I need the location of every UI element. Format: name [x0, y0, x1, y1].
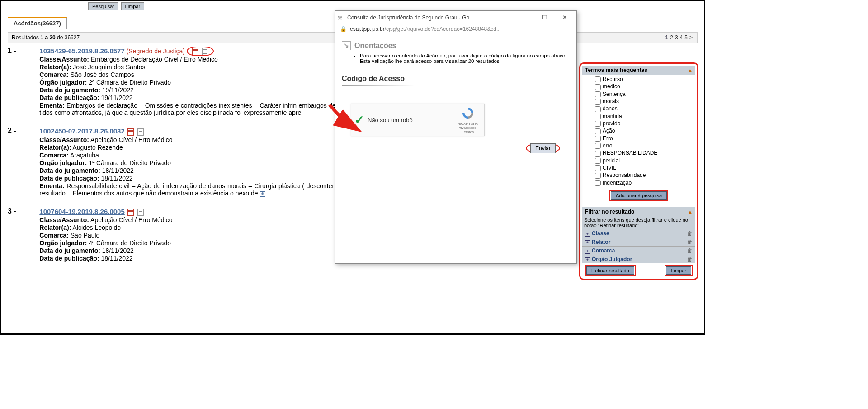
term-checkbox[interactable]: [595, 91, 601, 97]
filter-hint: Selecione os itens que deseja filtrar e …: [582, 216, 695, 229]
filter-label: Órgão Julgador: [592, 256, 632, 262]
recaptcha-badge: reCAPTCHA Privacidade - Termos: [452, 106, 484, 134]
recaptcha-label: Não sou um robô: [368, 117, 452, 124]
enviar-button[interactable]: Enviar: [530, 143, 556, 153]
term-checkbox[interactable]: [595, 173, 601, 179]
term-item: Responsabilidade: [595, 171, 693, 179]
term-item: morais: [595, 98, 693, 105]
term-checkbox[interactable]: [595, 121, 601, 127]
term-item: médico: [595, 83, 693, 90]
filter-section: Filtrar no resultado ▲ Selecione os iten…: [582, 207, 695, 277]
page-link[interactable]: 4: [680, 34, 683, 41]
favicon-icon: ⚖: [337, 14, 344, 21]
term-item: Erro: [595, 135, 693, 142]
recaptcha-icon: [461, 106, 475, 120]
term-checkbox[interactable]: [595, 128, 601, 134]
add-to-search-button[interactable]: Adicionar à pesquisa: [611, 191, 667, 200]
page-link[interactable]: >: [689, 34, 693, 41]
address-bar[interactable]: 🔒 esaj.tjsp.jus.br/cjsg/getArquivo.do?cd…: [335, 24, 576, 35]
filter-row[interactable]: +Órgão Julgador🗑: [582, 255, 695, 263]
term-checkbox[interactable]: [595, 180, 601, 186]
term-item: erro: [595, 142, 693, 149]
terms-header[interactable]: Termos mais freqüentes ▲: [582, 66, 695, 75]
codigo-header: Código de Acesso: [342, 75, 570, 83]
filter-row[interactable]: +Classe🗑: [582, 229, 695, 238]
term-label: danos: [603, 105, 618, 112]
clear-filter-button[interactable]: Limpar: [666, 266, 691, 275]
term-checkbox[interactable]: [595, 84, 601, 90]
term-label: mantida: [603, 113, 622, 119]
filter-clear-icon[interactable]: 🗑: [687, 239, 693, 245]
pesquisar-button[interactable]: Pesquisar: [88, 2, 118, 10]
page-link[interactable]: 2: [670, 34, 673, 41]
term-item: Ação: [595, 127, 693, 134]
red-highlight-enviar: Enviar: [526, 143, 560, 153]
expand-ementa-button[interactable]: ✚: [260, 191, 265, 197]
limpar-button[interactable]: Limpar: [121, 2, 145, 10]
term-label: CIVIL: [603, 165, 616, 171]
term-checkbox[interactable]: [595, 165, 601, 171]
pdf-icon[interactable]: [192, 48, 198, 55]
close-button[interactable]: ✕: [555, 11, 575, 24]
filter-label: Comarca: [592, 247, 615, 254]
segredo-badge: (Segredo de Justiça): [127, 48, 185, 55]
term-checkbox[interactable]: [595, 136, 601, 142]
doc-icon[interactable]: [137, 128, 144, 136]
term-list: RecursomédicoSentençamoraisdanosmantidap…: [582, 75, 695, 188]
recaptcha-box[interactable]: ✓ Não sou um robô reCAPTCHA Privacidade …: [351, 104, 485, 136]
term-item: RESPONSABILIDADE: [595, 149, 693, 157]
arrow-box-icon: [342, 41, 351, 50]
filter-header[interactable]: Filtrar no resultado ▲: [582, 207, 695, 216]
term-label: médico: [603, 83, 620, 90]
codigo-underline: [342, 85, 414, 86]
collapse-icon[interactable]: ▲: [688, 67, 693, 73]
term-checkbox[interactable]: [595, 158, 601, 164]
popup-window: ⚖ Consulta de Jurisprudência do Segundo …: [335, 10, 577, 264]
term-label: Erro: [603, 135, 613, 142]
term-label: Sentença: [603, 91, 626, 97]
case-number-link[interactable]: 1007604-19.2019.8.26.0005: [39, 208, 125, 215]
lock-icon: 🔒: [340, 26, 346, 32]
term-checkbox[interactable]: [595, 106, 601, 112]
term-item: Recurso: [595, 76, 693, 83]
collapse-icon[interactable]: ▲: [688, 209, 693, 214]
term-label: Recurso: [603, 76, 623, 82]
term-checkbox[interactable]: [595, 114, 601, 119]
page-link[interactable]: 3: [675, 34, 678, 41]
term-label: erro: [603, 143, 612, 149]
doc-icon[interactable]: [137, 209, 144, 216]
refine-button[interactable]: Refinar resultado: [586, 266, 634, 275]
term-checkbox[interactable]: [595, 143, 601, 149]
filter-clear-icon[interactable]: 🗑: [687, 230, 693, 237]
term-label: provido: [603, 120, 620, 127]
term-item: Sentença: [595, 90, 693, 98]
term-item: provido: [595, 120, 693, 127]
term-checkbox[interactable]: [595, 151, 601, 157]
term-label: morais: [603, 98, 619, 105]
expand-filter-icon[interactable]: +: [585, 249, 590, 254]
tab-acordaos[interactable]: Acórdãos(36627): [8, 17, 67, 29]
term-label: pericial: [603, 157, 620, 164]
result-number: 3 -: [8, 207, 16, 215]
page-link[interactable]: 5: [684, 34, 688, 41]
pdf-icon[interactable]: [127, 209, 134, 216]
results-count: Resultados 1 a 20 de 36627: [12, 34, 80, 41]
filter-clear-icon[interactable]: 🗑: [687, 256, 693, 262]
filter-row[interactable]: +Comarca🗑: [582, 246, 695, 255]
expand-filter-icon[interactable]: +: [585, 240, 590, 245]
filter-clear-icon[interactable]: 🗑: [687, 247, 693, 254]
term-label: Responsabilidade: [603, 172, 646, 178]
case-number-link[interactable]: 1002450-07.2017.8.26.0032: [39, 127, 125, 135]
term-checkbox[interactable]: [595, 76, 601, 82]
expand-filter-icon[interactable]: +: [585, 232, 590, 237]
case-number-link[interactable]: 1035429-65.2019.8.26.0577: [39, 47, 125, 55]
expand-filter-icon[interactable]: +: [585, 257, 590, 262]
filter-row[interactable]: +Relator🗑: [582, 238, 695, 246]
maximize-button[interactable]: ☐: [535, 11, 555, 24]
page-link[interactable]: 1: [665, 34, 669, 41]
pdf-icon[interactable]: [127, 128, 134, 136]
term-checkbox[interactable]: [595, 99, 601, 105]
doc-icon[interactable]: [202, 48, 208, 55]
minimize-button[interactable]: —: [515, 11, 535, 24]
term-item: danos: [595, 105, 693, 112]
